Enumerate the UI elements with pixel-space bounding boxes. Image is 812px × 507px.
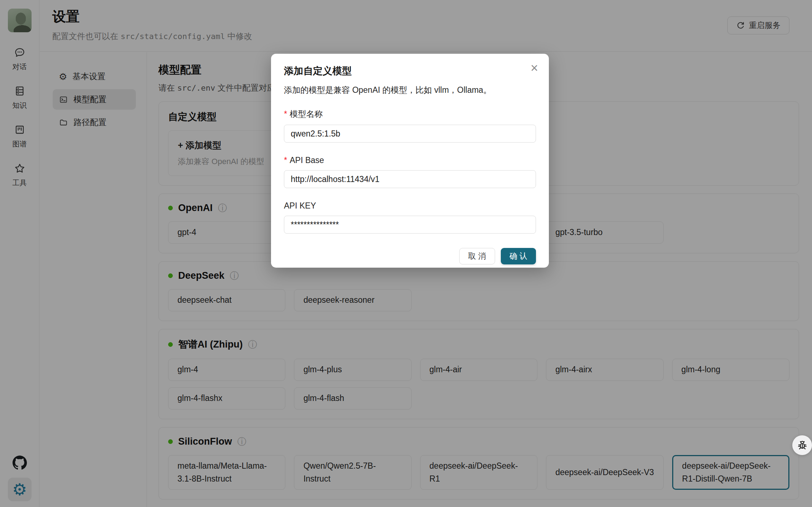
api-base-input[interactable] [284,170,536,188]
model-name-input[interactable] [284,125,536,143]
bug-icon [797,440,808,451]
api-key-input[interactable] [284,216,536,234]
api-base-label: * API Base [284,156,536,165]
dialog-footer: 取 消 确 认 [284,248,536,264]
cancel-button[interactable]: 取 消 [459,248,495,264]
confirm-button[interactable]: 确 认 [501,248,536,264]
dialog-description: 添加的模型是兼容 OpenAI 的模型，比如 vllm，Ollama。 [284,85,536,96]
settings-page: 对话知识图谱工具 ⚙ 设置 配置文件也可以在 src/static/config… [0,0,812,507]
api-key-label: API KEY [284,201,536,211]
close-icon[interactable]: × [531,62,538,75]
model-name-label: * 模型名称 [284,109,536,120]
required-mark: * [284,156,287,165]
debug-fab[interactable] [792,435,812,455]
dialog-title: 添加自定义模型 [284,64,536,77]
add-custom-model-dialog: 添加自定义模型 × 添加的模型是兼容 OpenAI 的模型，比如 vllm，Ol… [271,54,549,268]
required-mark: * [284,109,287,119]
